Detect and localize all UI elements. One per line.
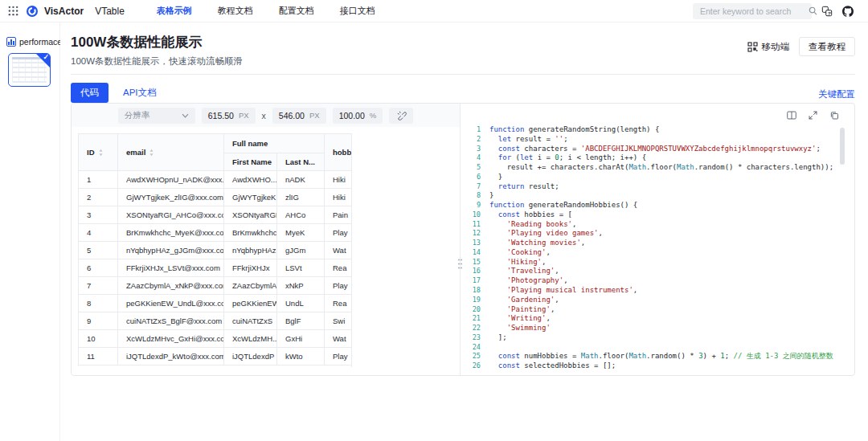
- broken-link-icon: [396, 110, 407, 120]
- cell-id[interactable]: 1: [79, 171, 118, 189]
- cell-first_name[interactable]: XSONtyaRGI: [224, 206, 277, 224]
- cell-first_name[interactable]: nYqbhypHAz: [224, 242, 277, 259]
- cell-hobbies[interactable]: Swi: [325, 312, 353, 330]
- view-tutorial-button[interactable]: 查看教程: [799, 37, 855, 56]
- nav-item-4[interactable]: 接口文档: [340, 5, 375, 17]
- cell-last_name[interactable]: nADK: [277, 171, 325, 189]
- cell-hobbies[interactable]: Rea: [325, 259, 353, 277]
- mobile-view-button[interactable]: 移动端: [747, 41, 790, 53]
- cell-id[interactable]: 5: [79, 242, 118, 259]
- github-icon[interactable]: [842, 6, 854, 17]
- resolution-select[interactable]: 分辨率: [118, 108, 195, 124]
- cell-hobbies[interactable]: Wat: [325, 330, 353, 348]
- cell-last_name[interactable]: GxHi: [277, 330, 325, 348]
- cell-email[interactable]: XSONtyaRGI_AHCo@xxx.com: [118, 206, 224, 224]
- fullscreen-expand-icon[interactable]: [808, 110, 818, 120]
- nav-item-1[interactable]: 表格示例: [157, 5, 192, 17]
- code-line: 25 const numHobbies = Math.floor(Math.ra…: [461, 352, 848, 361]
- cell-email[interactable]: peGKKienEW_UndL@xxx.com: [118, 295, 224, 312]
- search-icon[interactable]: [809, 6, 817, 15]
- brand-name[interactable]: VisActor: [44, 6, 84, 17]
- column-header-firstname[interactable]: First Name: [224, 153, 277, 171]
- cell-first_name[interactable]: AwdXWHO...: [224, 171, 277, 189]
- tab-code[interactable]: 代码: [71, 83, 108, 103]
- column-header-id[interactable]: ID: [79, 134, 118, 171]
- cell-hobbies[interactable]: Rea: [325, 295, 353, 312]
- cell-last_name[interactable]: LSVt: [277, 259, 325, 277]
- nav-item-3[interactable]: 配置文档: [279, 5, 314, 17]
- cell-email[interactable]: XcWLdzMHvc_GxHi@xxx.com: [118, 330, 224, 348]
- cell-id[interactable]: 10: [79, 330, 118, 348]
- header-actions: 移动端 查看教程: [747, 37, 856, 56]
- cell-first_name[interactable]: GjWYTgjkeK: [224, 189, 277, 206]
- width-input[interactable]: 615.50 PX: [202, 108, 256, 124]
- nav-item-2[interactable]: 教程文档: [218, 5, 253, 17]
- cell-first_name[interactable]: XcWLdzMH...: [224, 330, 277, 348]
- column-header-email[interactable]: email: [118, 134, 224, 171]
- cell-last_name[interactable]: AHCo: [277, 206, 325, 224]
- cell-hobbies[interactable]: Play: [325, 277, 353, 295]
- cell-email[interactable]: BrKmwkhchc_MyeK@xxx.com: [118, 224, 224, 242]
- height-input[interactable]: 546.00 PX: [272, 108, 326, 124]
- pane-resize-handle[interactable]: [457, 258, 463, 270]
- header-divider: [71, 74, 855, 75]
- apps-waffle-icon[interactable]: [8, 6, 18, 16]
- cell-first_name[interactable]: FFkrjiXHJx: [224, 259, 277, 277]
- editor-scrollbar[interactable]: [840, 128, 845, 165]
- tab-api-doc[interactable]: API文档: [123, 87, 157, 99]
- cell-hobbies[interactable]: Wat: [325, 242, 353, 259]
- cell-email[interactable]: FFkrjiXHJx_LSVt@xxx.com: [118, 259, 224, 277]
- cell-last_name[interactable]: kWto: [277, 348, 325, 365]
- language-switch-icon[interactable]: [821, 6, 833, 17]
- search-box[interactable]: [693, 3, 812, 19]
- code-text: 'Reading books',: [489, 220, 576, 230]
- cell-first_name[interactable]: iJQTLdexdP: [224, 348, 277, 365]
- visactor-logo-icon[interactable]: [26, 5, 39, 18]
- cell-email[interactable]: cuiNATtZxS_BglF@xxx.com: [118, 312, 224, 330]
- cell-first_name[interactable]: BrKmwkhchc: [224, 224, 277, 242]
- cell-hobbies[interactable]: Play: [325, 224, 353, 242]
- unlink-aspect-button[interactable]: [389, 108, 413, 124]
- cell-hobbies[interactable]: Pain: [325, 206, 353, 224]
- cell-last_name[interactable]: BglF: [277, 312, 325, 330]
- product-name[interactable]: VTable: [95, 6, 125, 17]
- column-header-fullname[interactable]: Full name: [224, 134, 325, 153]
- zoom-input[interactable]: 100.00 %: [333, 108, 383, 124]
- cell-email[interactable]: AwdXWHOpnU_nADK@xxx.com: [118, 171, 224, 189]
- demo-thumbnail-selected[interactable]: ✓: [8, 53, 51, 87]
- cell-id[interactable]: 9: [79, 312, 118, 330]
- cell-id[interactable]: 2: [79, 189, 118, 206]
- cell-first_name[interactable]: cuiNATtZxS: [224, 312, 277, 330]
- cell-last_name[interactable]: zlIG: [277, 189, 325, 206]
- code-text: function generateRandomString(length) {: [489, 125, 659, 135]
- cell-id[interactable]: 8: [79, 295, 118, 312]
- cell-hobbies[interactable]: Play: [325, 348, 353, 365]
- cell-email[interactable]: ZAazCbymlA_xNkP@xxx.com: [118, 277, 224, 295]
- line-number: 20: [461, 305, 481, 315]
- cell-id[interactable]: 4: [79, 224, 118, 242]
- split-view-icon[interactable]: [786, 110, 797, 120]
- cell-id[interactable]: 11: [79, 348, 118, 365]
- cell-id[interactable]: 3: [79, 206, 118, 224]
- cell-email[interactable]: nYqbhypHAz_gJGm@xxx.com: [118, 242, 224, 259]
- key-config-link[interactable]: 关键配置: [818, 88, 855, 100]
- cell-email[interactable]: GjWYTgjkeK_zlIG@xxx.com: [118, 189, 224, 206]
- cell-id[interactable]: 6: [79, 259, 118, 277]
- cell-last_name[interactable]: UndL: [277, 295, 325, 312]
- cell-last_name[interactable]: xNkP: [277, 277, 325, 295]
- cell-last_name[interactable]: gJGm: [277, 242, 325, 259]
- line-number: 3: [461, 145, 481, 154]
- line-number: 7: [461, 182, 481, 192]
- cell-hobbies[interactable]: Hiki: [325, 171, 353, 189]
- search-input[interactable]: [700, 6, 809, 16]
- code-text: function generateRandomHobbies() {: [489, 201, 637, 210]
- cell-first_name[interactable]: ZAazCbymlA: [224, 277, 277, 295]
- cell-email[interactable]: iJQTLdexdP_kWto@xxx.com: [118, 348, 224, 365]
- cell-first_name[interactable]: peGKKienEW: [224, 295, 277, 312]
- copy-code-icon[interactable]: [829, 110, 840, 120]
- column-header-lastname[interactable]: Last N...: [277, 153, 325, 171]
- cell-last_name[interactable]: MyeK: [277, 224, 325, 242]
- cell-hobbies[interactable]: Hiki: [325, 189, 353, 206]
- cell-id[interactable]: 7: [79, 277, 118, 295]
- column-header-hobbies[interactable]: hobbies: [325, 134, 353, 171]
